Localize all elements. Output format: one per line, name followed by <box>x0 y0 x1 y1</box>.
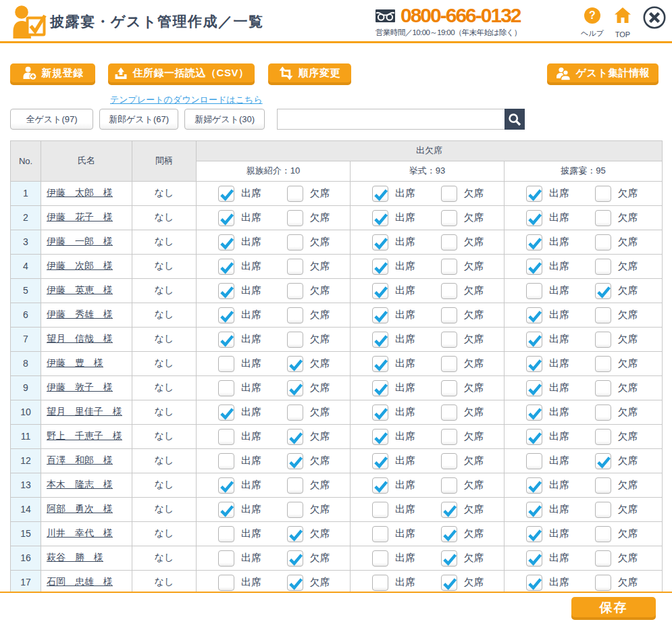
guest-name-link[interactable]: 望月 里佳子 様 <box>47 406 122 417</box>
absent-checkbox-unchecked[interactable] <box>287 307 303 323</box>
attend-checkbox-checked[interactable] <box>218 283 234 299</box>
new-registration-button[interactable]: 新規登録 <box>10 63 95 85</box>
absent-checkbox-unchecked[interactable] <box>595 259 611 275</box>
guest-name-link[interactable]: 伊藤 豊 様 <box>47 357 103 368</box>
absent-checkbox-unchecked[interactable] <box>441 477 457 494</box>
guest-name-link[interactable]: 伊藤 太郎 様 <box>47 187 113 198</box>
absent-checkbox-checked[interactable] <box>287 550 303 567</box>
absent-checkbox-unchecked[interactable] <box>287 210 303 226</box>
absent-checkbox-unchecked[interactable] <box>441 210 457 226</box>
absent-checkbox-unchecked[interactable] <box>595 356 611 372</box>
guest-name-link[interactable]: 本木 隆志 様 <box>47 479 113 490</box>
absent-checkbox-checked[interactable] <box>441 526 457 542</box>
guest-name-link[interactable]: 阿部 勇次 様 <box>47 503 113 514</box>
absent-checkbox-unchecked[interactable] <box>287 283 303 299</box>
absent-checkbox-unchecked[interactable] <box>595 186 611 202</box>
absent-checkbox-unchecked[interactable] <box>595 477 611 494</box>
attend-checkbox-checked[interactable] <box>372 234 388 251</box>
attend-checkbox-checked[interactable] <box>372 332 388 348</box>
top-button[interactable]: TOP <box>610 7 636 38</box>
absent-checkbox-unchecked[interactable] <box>441 259 457 275</box>
attend-checkbox-checked[interactable] <box>372 453 388 469</box>
absent-checkbox-unchecked[interactable] <box>441 429 457 445</box>
attend-checkbox-checked[interactable] <box>526 405 542 421</box>
attend-checkbox-checked[interactable] <box>218 477 234 494</box>
attend-checkbox-checked[interactable] <box>372 283 388 299</box>
attend-checkbox-unchecked[interactable] <box>218 526 234 542</box>
absent-checkbox-checked[interactable] <box>287 356 303 372</box>
absent-checkbox-unchecked[interactable] <box>441 405 457 421</box>
attend-checkbox-checked[interactable] <box>526 575 542 591</box>
absent-checkbox-unchecked[interactable] <box>287 502 303 518</box>
attend-checkbox-unchecked[interactable] <box>218 453 234 469</box>
attend-checkbox-unchecked[interactable] <box>372 550 388 567</box>
attend-checkbox-checked[interactable] <box>526 186 542 202</box>
help-button[interactable]: ? ヘルプ <box>579 7 605 38</box>
reorder-button[interactable]: 順序変更 <box>268 63 351 85</box>
absent-checkbox-checked[interactable] <box>441 575 457 591</box>
absent-checkbox-unchecked[interactable] <box>595 307 611 323</box>
absent-checkbox-unchecked[interactable] <box>287 405 303 421</box>
attend-checkbox-checked[interactable] <box>526 307 542 323</box>
attend-checkbox-checked[interactable] <box>372 380 388 396</box>
absent-checkbox-unchecked[interactable] <box>595 332 611 348</box>
absent-checkbox-unchecked[interactable] <box>441 186 457 202</box>
template-download-link[interactable]: テンプレートのダウンロードはこちら <box>110 95 263 105</box>
save-button[interactable]: 保存 <box>571 597 656 620</box>
attend-checkbox-checked[interactable] <box>526 332 542 348</box>
attend-checkbox-checked[interactable] <box>372 405 388 421</box>
search-button[interactable] <box>505 109 525 130</box>
attend-checkbox-unchecked[interactable] <box>372 502 388 518</box>
attend-checkbox-checked[interactable] <box>372 429 388 445</box>
attend-checkbox-checked[interactable] <box>372 186 388 202</box>
attend-checkbox-checked[interactable] <box>526 526 542 542</box>
attend-checkbox-unchecked[interactable] <box>218 356 234 372</box>
absent-checkbox-checked[interactable] <box>441 502 457 518</box>
absent-checkbox-checked[interactable] <box>287 453 303 469</box>
attend-checkbox-checked[interactable] <box>526 550 542 567</box>
guest-name-link[interactable]: 野上 千恵子 様 <box>47 430 122 441</box>
absent-checkbox-unchecked[interactable] <box>595 234 611 251</box>
search-input[interactable] <box>277 109 505 130</box>
attend-checkbox-checked[interactable] <box>526 380 542 396</box>
absent-checkbox-unchecked[interactable] <box>287 477 303 494</box>
attend-checkbox-unchecked[interactable] <box>218 550 234 567</box>
absent-checkbox-unchecked[interactable] <box>287 332 303 348</box>
guest-name-link[interactable]: 伊藤 次郎 様 <box>47 260 113 271</box>
attend-checkbox-checked[interactable] <box>372 259 388 275</box>
absent-checkbox-checked[interactable] <box>441 550 457 567</box>
absent-checkbox-checked[interactable] <box>287 526 303 542</box>
absent-checkbox-unchecked[interactable] <box>287 186 303 202</box>
attend-checkbox-checked[interactable] <box>218 186 234 202</box>
attend-checkbox-checked[interactable] <box>526 259 542 275</box>
absent-checkbox-unchecked[interactable] <box>441 356 457 372</box>
attend-checkbox-checked[interactable] <box>372 477 388 494</box>
absent-checkbox-checked[interactable] <box>287 575 303 591</box>
guest-name-link[interactable]: 望月 信哉 様 <box>47 333 113 344</box>
guest-name-link[interactable]: 川井 幸代 様 <box>47 527 113 538</box>
attend-checkbox-checked[interactable] <box>372 210 388 226</box>
absent-checkbox-unchecked[interactable] <box>287 259 303 275</box>
absent-checkbox-unchecked[interactable] <box>441 332 457 348</box>
attend-checkbox-checked[interactable] <box>218 210 234 226</box>
attend-checkbox-checked[interactable] <box>526 356 542 372</box>
attend-checkbox-unchecked[interactable] <box>372 575 388 591</box>
filter-bride-guests[interactable]: 新婦ゲスト(30) <box>184 109 265 130</box>
absent-checkbox-checked[interactable] <box>287 429 303 445</box>
attend-checkbox-checked[interactable] <box>218 502 234 518</box>
attend-checkbox-unchecked[interactable] <box>218 380 234 396</box>
attend-checkbox-checked[interactable] <box>526 502 542 518</box>
attend-checkbox-checked[interactable] <box>526 429 542 445</box>
guest-name-link[interactable]: 伊藤 花子 様 <box>47 211 113 222</box>
filter-groom-guests[interactable]: 新郎ゲスト(67) <box>99 109 178 130</box>
absent-checkbox-unchecked[interactable] <box>441 453 457 469</box>
csv-import-button[interactable]: 住所録一括読込（CSV） <box>108 63 255 85</box>
absent-checkbox-unchecked[interactable] <box>595 380 611 396</box>
attend-checkbox-checked[interactable] <box>218 234 234 251</box>
absent-checkbox-unchecked[interactable] <box>441 283 457 299</box>
absent-checkbox-checked[interactable] <box>595 453 611 469</box>
absent-checkbox-checked[interactable] <box>287 380 303 396</box>
guest-name-link[interactable]: 百澤 和郎 様 <box>47 454 113 465</box>
absent-checkbox-unchecked[interactable] <box>595 429 611 445</box>
attend-checkbox-checked[interactable] <box>372 356 388 372</box>
